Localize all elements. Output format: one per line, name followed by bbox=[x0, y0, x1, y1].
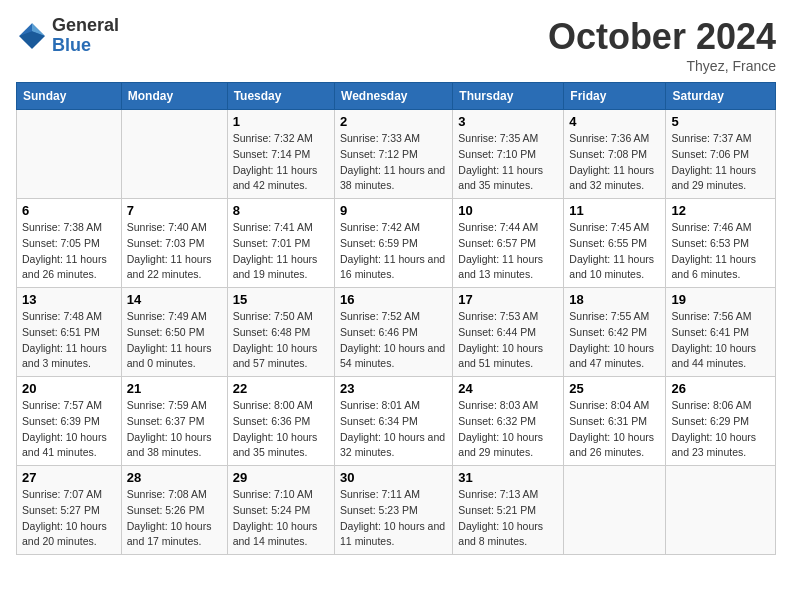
day-number: 25 bbox=[569, 381, 660, 396]
header-monday: Monday bbox=[121, 83, 227, 110]
day-number: 6 bbox=[22, 203, 116, 218]
day-number: 30 bbox=[340, 470, 447, 485]
day-number: 31 bbox=[458, 470, 558, 485]
cell-w2-d4: 10Sunrise: 7:44 AMSunset: 6:57 PMDayligh… bbox=[453, 199, 564, 288]
day-detail: Sunrise: 8:03 AMSunset: 6:32 PMDaylight:… bbox=[458, 398, 558, 461]
cell-w1-d2: 1Sunrise: 7:32 AMSunset: 7:14 PMDaylight… bbox=[227, 110, 334, 199]
day-number: 7 bbox=[127, 203, 222, 218]
day-number: 2 bbox=[340, 114, 447, 129]
cell-w4-d6: 26Sunrise: 8:06 AMSunset: 6:29 PMDayligh… bbox=[666, 377, 776, 466]
day-detail: Sunrise: 7:40 AMSunset: 7:03 PMDaylight:… bbox=[127, 220, 222, 283]
cell-w2-d0: 6Sunrise: 7:38 AMSunset: 7:05 PMDaylight… bbox=[17, 199, 122, 288]
day-detail: Sunrise: 7:59 AMSunset: 6:37 PMDaylight:… bbox=[127, 398, 222, 461]
header-sunday: Sunday bbox=[17, 83, 122, 110]
cell-w5-d5 bbox=[564, 466, 666, 555]
day-number: 13 bbox=[22, 292, 116, 307]
day-number: 9 bbox=[340, 203, 447, 218]
weekday-header-row: Sunday Monday Tuesday Wednesday Thursday… bbox=[17, 83, 776, 110]
cell-w2-d3: 9Sunrise: 7:42 AMSunset: 6:59 PMDaylight… bbox=[335, 199, 453, 288]
header-thursday: Thursday bbox=[453, 83, 564, 110]
day-detail: Sunrise: 7:49 AMSunset: 6:50 PMDaylight:… bbox=[127, 309, 222, 372]
day-detail: Sunrise: 7:53 AMSunset: 6:44 PMDaylight:… bbox=[458, 309, 558, 372]
day-number: 1 bbox=[233, 114, 329, 129]
cell-w4-d1: 21Sunrise: 7:59 AMSunset: 6:37 PMDayligh… bbox=[121, 377, 227, 466]
cell-w5-d2: 29Sunrise: 7:10 AMSunset: 5:24 PMDayligh… bbox=[227, 466, 334, 555]
cell-w3-d5: 18Sunrise: 7:55 AMSunset: 6:42 PMDayligh… bbox=[564, 288, 666, 377]
day-number: 10 bbox=[458, 203, 558, 218]
cell-w3-d6: 19Sunrise: 7:56 AMSunset: 6:41 PMDayligh… bbox=[666, 288, 776, 377]
header-tuesday: Tuesday bbox=[227, 83, 334, 110]
day-number: 18 bbox=[569, 292, 660, 307]
day-number: 8 bbox=[233, 203, 329, 218]
cell-w5-d0: 27Sunrise: 7:07 AMSunset: 5:27 PMDayligh… bbox=[17, 466, 122, 555]
cell-w3-d3: 16Sunrise: 7:52 AMSunset: 6:46 PMDayligh… bbox=[335, 288, 453, 377]
day-detail: Sunrise: 7:35 AMSunset: 7:10 PMDaylight:… bbox=[458, 131, 558, 194]
day-detail: Sunrise: 7:56 AMSunset: 6:41 PMDaylight:… bbox=[671, 309, 770, 372]
day-number: 17 bbox=[458, 292, 558, 307]
cell-w1-d6: 5Sunrise: 7:37 AMSunset: 7:06 PMDaylight… bbox=[666, 110, 776, 199]
day-detail: Sunrise: 7:50 AMSunset: 6:48 PMDaylight:… bbox=[233, 309, 329, 372]
cell-w3-d1: 14Sunrise: 7:49 AMSunset: 6:50 PMDayligh… bbox=[121, 288, 227, 377]
header-saturday: Saturday bbox=[666, 83, 776, 110]
day-detail: Sunrise: 8:04 AMSunset: 6:31 PMDaylight:… bbox=[569, 398, 660, 461]
day-detail: Sunrise: 7:33 AMSunset: 7:12 PMDaylight:… bbox=[340, 131, 447, 194]
header-wednesday: Wednesday bbox=[335, 83, 453, 110]
day-number: 15 bbox=[233, 292, 329, 307]
logo: General Blue bbox=[16, 16, 119, 56]
day-number: 24 bbox=[458, 381, 558, 396]
day-number: 16 bbox=[340, 292, 447, 307]
day-detail: Sunrise: 7:38 AMSunset: 7:05 PMDaylight:… bbox=[22, 220, 116, 283]
page-header: General Blue October 2024 Thyez, France bbox=[16, 16, 776, 74]
logo-icon bbox=[16, 20, 48, 52]
cell-w2-d1: 7Sunrise: 7:40 AMSunset: 7:03 PMDaylight… bbox=[121, 199, 227, 288]
cell-w4-d2: 22Sunrise: 8:00 AMSunset: 6:36 PMDayligh… bbox=[227, 377, 334, 466]
cell-w1-d1 bbox=[121, 110, 227, 199]
day-number: 27 bbox=[22, 470, 116, 485]
cell-w4-d4: 24Sunrise: 8:03 AMSunset: 6:32 PMDayligh… bbox=[453, 377, 564, 466]
cell-w1-d3: 2Sunrise: 7:33 AMSunset: 7:12 PMDaylight… bbox=[335, 110, 453, 199]
day-number: 21 bbox=[127, 381, 222, 396]
day-detail: Sunrise: 7:48 AMSunset: 6:51 PMDaylight:… bbox=[22, 309, 116, 372]
day-detail: Sunrise: 7:13 AMSunset: 5:21 PMDaylight:… bbox=[458, 487, 558, 550]
cell-w5-d4: 31Sunrise: 7:13 AMSunset: 5:21 PMDayligh… bbox=[453, 466, 564, 555]
day-detail: Sunrise: 7:37 AMSunset: 7:06 PMDaylight:… bbox=[671, 131, 770, 194]
cell-w3-d0: 13Sunrise: 7:48 AMSunset: 6:51 PMDayligh… bbox=[17, 288, 122, 377]
day-detail: Sunrise: 7:41 AMSunset: 7:01 PMDaylight:… bbox=[233, 220, 329, 283]
header-friday: Friday bbox=[564, 83, 666, 110]
calendar-header: Sunday Monday Tuesday Wednesday Thursday… bbox=[17, 83, 776, 110]
day-detail: Sunrise: 7:42 AMSunset: 6:59 PMDaylight:… bbox=[340, 220, 447, 283]
day-detail: Sunrise: 7:57 AMSunset: 6:39 PMDaylight:… bbox=[22, 398, 116, 461]
logo-general: General bbox=[52, 16, 119, 36]
day-detail: Sunrise: 7:44 AMSunset: 6:57 PMDaylight:… bbox=[458, 220, 558, 283]
day-number: 22 bbox=[233, 381, 329, 396]
day-detail: Sunrise: 7:07 AMSunset: 5:27 PMDaylight:… bbox=[22, 487, 116, 550]
day-detail: Sunrise: 7:45 AMSunset: 6:55 PMDaylight:… bbox=[569, 220, 660, 283]
cell-w4-d5: 25Sunrise: 8:04 AMSunset: 6:31 PMDayligh… bbox=[564, 377, 666, 466]
day-number: 26 bbox=[671, 381, 770, 396]
day-number: 4 bbox=[569, 114, 660, 129]
week-row-2: 6Sunrise: 7:38 AMSunset: 7:05 PMDaylight… bbox=[17, 199, 776, 288]
day-number: 5 bbox=[671, 114, 770, 129]
week-row-4: 20Sunrise: 7:57 AMSunset: 6:39 PMDayligh… bbox=[17, 377, 776, 466]
day-detail: Sunrise: 7:10 AMSunset: 5:24 PMDaylight:… bbox=[233, 487, 329, 550]
calendar-table: Sunday Monday Tuesday Wednesday Thursday… bbox=[16, 82, 776, 555]
week-row-1: 1Sunrise: 7:32 AMSunset: 7:14 PMDaylight… bbox=[17, 110, 776, 199]
location: Thyez, France bbox=[548, 58, 776, 74]
day-number: 23 bbox=[340, 381, 447, 396]
cell-w2-d5: 11Sunrise: 7:45 AMSunset: 6:55 PMDayligh… bbox=[564, 199, 666, 288]
cell-w1-d4: 3Sunrise: 7:35 AMSunset: 7:10 PMDaylight… bbox=[453, 110, 564, 199]
title-area: October 2024 Thyez, France bbox=[548, 16, 776, 74]
calendar-body: 1Sunrise: 7:32 AMSunset: 7:14 PMDaylight… bbox=[17, 110, 776, 555]
day-detail: Sunrise: 7:52 AMSunset: 6:46 PMDaylight:… bbox=[340, 309, 447, 372]
month-title: October 2024 bbox=[548, 16, 776, 58]
week-row-3: 13Sunrise: 7:48 AMSunset: 6:51 PMDayligh… bbox=[17, 288, 776, 377]
cell-w2-d6: 12Sunrise: 7:46 AMSunset: 6:53 PMDayligh… bbox=[666, 199, 776, 288]
day-detail: Sunrise: 7:11 AMSunset: 5:23 PMDaylight:… bbox=[340, 487, 447, 550]
day-number: 28 bbox=[127, 470, 222, 485]
day-detail: Sunrise: 7:32 AMSunset: 7:14 PMDaylight:… bbox=[233, 131, 329, 194]
cell-w5-d6 bbox=[666, 466, 776, 555]
day-number: 20 bbox=[22, 381, 116, 396]
cell-w4-d0: 20Sunrise: 7:57 AMSunset: 6:39 PMDayligh… bbox=[17, 377, 122, 466]
cell-w1-d0 bbox=[17, 110, 122, 199]
logo-blue: Blue bbox=[52, 36, 119, 56]
